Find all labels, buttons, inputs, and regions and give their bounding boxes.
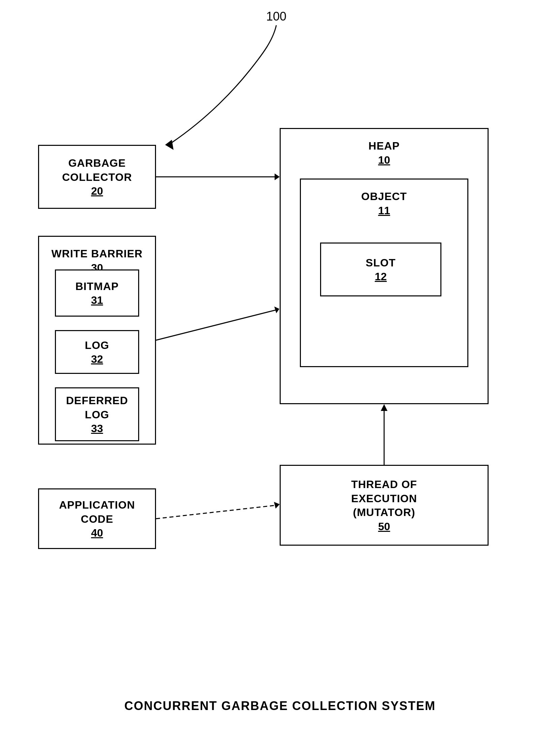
gc-box: GARBAGECOLLECTOR 20 xyxy=(38,145,156,209)
bitmap-ref: 31 xyxy=(91,294,103,307)
object-label: OBJECT xyxy=(301,190,467,204)
svg-marker-0 xyxy=(165,140,174,150)
log-label: LOG xyxy=(85,339,109,353)
deferred-ref: 33 xyxy=(91,422,103,435)
gc-ref: 20 xyxy=(91,185,103,197)
heap-label: HEAP xyxy=(281,139,488,153)
svg-marker-2 xyxy=(275,173,280,180)
gc-label: GARBAGECOLLECTOR xyxy=(62,156,132,184)
svg-line-3 xyxy=(156,310,276,340)
app-ref: 40 xyxy=(91,527,103,539)
deferred-label: DEFERREDLOG xyxy=(66,394,128,422)
slot-label: SLOT xyxy=(366,256,396,270)
bitmap-label: BITMAP xyxy=(75,280,119,294)
app-code-box: APPLICATIONCODE 40 xyxy=(38,488,156,549)
svg-marker-6 xyxy=(381,404,387,411)
svg-marker-4 xyxy=(274,307,279,313)
deferred-log-box: DEFERREDLOG 33 xyxy=(55,387,139,441)
diagram-caption: CONCURRENT GARBAGE COLLECTION SYSTEM xyxy=(0,699,560,713)
thread-label: THREAD OFEXECUTION(MUTATOR) xyxy=(351,478,417,520)
heap-ref: 10 xyxy=(281,154,488,166)
slot-ref: 12 xyxy=(375,270,387,283)
thread-box: THREAD OFEXECUTION(MUTATOR) 50 xyxy=(280,465,489,546)
wb-label: WRITE BARRIER xyxy=(39,247,155,261)
svg-marker-8 xyxy=(274,502,280,509)
slot-box: SLOT 12 xyxy=(320,243,441,296)
object-ref: 11 xyxy=(301,204,467,217)
ref-100-label: 100 xyxy=(266,9,286,24)
bitmap-box: BITMAP 31 xyxy=(55,269,139,317)
log-ref: 32 xyxy=(91,353,103,365)
thread-ref: 50 xyxy=(378,520,390,533)
diagram: 100 GARBAGECOLLECTOR 20 WRITE BARRIER 30… xyxy=(0,0,560,740)
log-box: LOG 32 xyxy=(55,330,139,374)
app-label: APPLICATIONCODE xyxy=(59,498,135,526)
svg-line-7 xyxy=(156,505,276,519)
